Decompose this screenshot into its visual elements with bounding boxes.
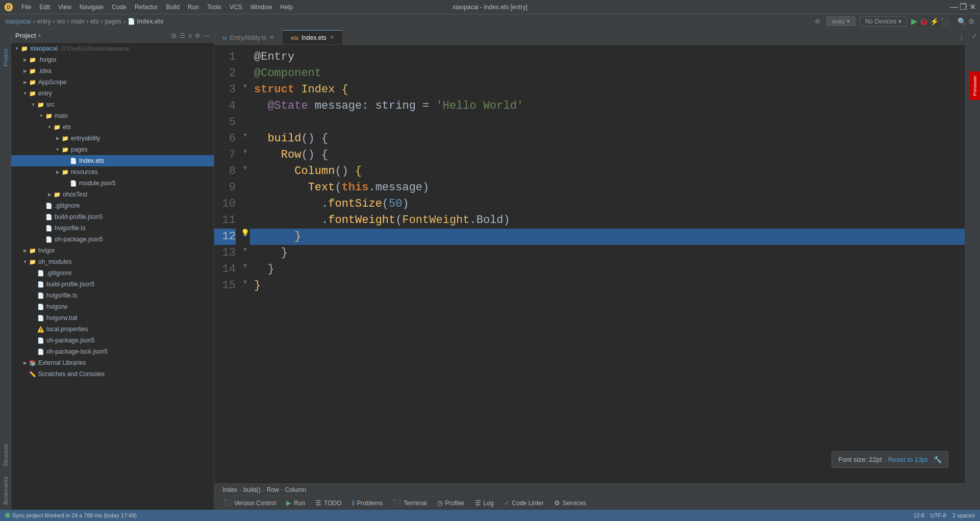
tree-item-hvigorw-bat[interactable]: 📄 hvigorw.bat — [11, 312, 214, 324]
tree-item-buildprofile[interactable]: 📄 build-profile.json5 — [11, 211, 214, 222]
code-content[interactable]: @Entry @Component struct Index { @State … — [250, 45, 965, 483]
menu-code[interactable]: Code — [108, 3, 131, 12]
search-everywhere-icon[interactable]: 🔍 — [958, 17, 966, 26]
tab-more-button[interactable]: ⋮ — [954, 30, 969, 44]
code-line-3: struct Index { — [250, 82, 965, 98]
debug-button[interactable]: 🐞 — [919, 17, 928, 26]
menu-edit[interactable]: Edit — [35, 3, 54, 12]
menu-navigate[interactable]: Navigate — [76, 3, 108, 12]
structure-tab[interactable]: Structure — [1, 438, 11, 472]
status-encoding[interactable]: UTF-8 — [931, 512, 946, 518]
tree-item-gitignore-ohm[interactable]: 📄 .gitignore — [11, 267, 214, 279]
panel-icon-4[interactable]: ⚙ — [195, 32, 200, 39]
panel-minimize-icon[interactable]: — — [204, 32, 210, 39]
lightbulb-icon[interactable]: 💡 — [241, 229, 249, 237]
panel-icon-1[interactable]: ⊞ — [171, 32, 177, 39]
tree-item-idea[interactable]: ▶ 📁 .idea — [11, 65, 214, 77]
tree-item-hvigorw[interactable]: 📄 hvigorw — [11, 301, 214, 312]
close-button[interactable]: ✕ — [969, 4, 976, 11]
status-indent[interactable]: 2 spaces — [952, 512, 975, 518]
settings-gear-icon[interactable]: ⚙ — [968, 17, 975, 26]
tree-item-pages[interactable]: ▼ 📁 pages — [11, 144, 214, 155]
menu-view[interactable]: View — [54, 3, 76, 12]
tree-item-external-libraries[interactable]: ▶ 📚 External Libraries — [11, 357, 214, 368]
tree-item-entry[interactable]: ▼ 📁 entry — [11, 88, 214, 99]
tree-item-hvigor2[interactable]: ▶ 📁 hvigor — [11, 245, 214, 256]
problems-button[interactable]: ℹ Problems — [347, 496, 388, 510]
tree-item-ohpackage-root[interactable]: 📄 oh-package.json5 — [11, 335, 214, 346]
version-control-button[interactable]: ⬛ Version Control — [218, 496, 281, 510]
menu-tools[interactable]: Tools — [203, 3, 225, 12]
stop-button[interactable]: ⬛ — [941, 17, 949, 26]
tree-item-buildprofile-ohm[interactable]: 📄 build-profile.json5 — [11, 279, 214, 290]
services-button[interactable]: ⚙ Services — [549, 496, 591, 510]
reset-font-button[interactable]: Reset to 13pt — [888, 456, 927, 463]
tree-item-appscope[interactable]: ▶ 📁 AppScope — [11, 77, 214, 88]
tree-item-gitignore-entry[interactable]: 📄 .gitignore — [11, 200, 214, 211]
breadcrumb-root: xiaopacai — [5, 18, 31, 25]
log-button[interactable]: ☰ Log — [470, 496, 499, 510]
tree-item-ohostest[interactable]: ▶ 📁 ohosTest — [11, 189, 214, 200]
bc-index: Index — [222, 486, 237, 493]
toolbar-bar: xiaopacai › entry › src › main › ets › p… — [0, 14, 980, 29]
svg-text:D: D — [7, 5, 10, 10]
tree-item-oh-modules[interactable]: ▼ 📁 oh_modules — [11, 256, 214, 267]
code-line-9: Text(this.message) — [250, 180, 965, 196]
tree-item-index-ets[interactable]: 📄 Index.ets — [11, 155, 214, 166]
project-tab[interactable]: Project — [1, 44, 11, 71]
tree-item-ohpackage-lock[interactable]: 📄 oh-package-lock.json5 — [11, 346, 214, 357]
tree-item-resources[interactable]: ▶ 📁 resources — [11, 166, 214, 178]
tree-item-hvigorfile[interactable]: 📄 hvigorfile.ts — [11, 222, 214, 234]
tab-entryability[interactable]: ts EntryAbility.ts ✕ — [214, 30, 283, 44]
menu-file[interactable]: File — [17, 3, 35, 12]
profiler-button[interactable]: ◷ Profiler — [432, 496, 470, 510]
bookmarks-tab[interactable]: Bookmarks — [1, 472, 11, 510]
settings-icon[interactable]: ⚙ — [812, 16, 822, 27]
tree-item-hvigorfile-ohm[interactable]: 📄 hvigorfile.ts — [11, 290, 214, 301]
restore-button[interactable]: ❐ — [960, 4, 967, 11]
status-right: 12:8 UTF-8 2 spaces — [913, 512, 975, 518]
tree-item-ets[interactable]: ▼ 📁 ets — [11, 121, 214, 133]
panel-icon-3[interactable]: ≡ — [188, 32, 192, 39]
tree-item-xiaopacai[interactable]: ▼ 📁 xiaopacai D:\DevEcoStudio\xiaopacai — [11, 43, 214, 54]
font-tool-icon[interactable]: 🔧 — [934, 456, 942, 463]
menu-help[interactable]: Help — [276, 3, 297, 12]
terminal-button[interactable]: ⬛ Terminal — [388, 496, 432, 510]
tab-close-index[interactable]: ✕ — [330, 34, 334, 41]
tab-close-entryability[interactable]: ✕ — [269, 34, 274, 41]
tree-item-ohpackage[interactable]: 📄 oh-package.json5 — [11, 234, 214, 245]
tree-item-hvigor[interactable]: ▶ 📁 .hvigor — [11, 54, 214, 65]
todo-button[interactable]: ☰ TODO — [310, 496, 346, 510]
menu-vcs[interactable]: VCS — [225, 3, 246, 12]
minimize-button[interactable]: — — [950, 4, 958, 11]
code-line-1: @Entry — [250, 49, 965, 65]
status-position[interactable]: 12:8 — [913, 512, 924, 518]
tree-item-main[interactable]: ▼ 📁 main — [11, 110, 214, 121]
menu-refactor[interactable]: Refactor — [131, 3, 162, 12]
code-linter-button[interactable]: ✓ Code Linter — [499, 496, 549, 510]
code-line-13: } — [250, 245, 965, 261]
tree-item-src[interactable]: ▼ 📁 src — [11, 99, 214, 110]
run-panel-button[interactable]: ▶ Run — [281, 496, 310, 510]
code-editor: 1 2 3 4 5 6 7 8 9 10 11 12 13 14 15 ▾ — [214, 45, 969, 483]
menu-build[interactable]: Build — [162, 3, 184, 12]
vertical-scrollbar[interactable] — [965, 45, 969, 483]
breadcrumb-main: main — [71, 18, 84, 25]
bc-row: Row — [267, 486, 279, 493]
left-vertical-tabs: Project Structure Bookmarks — [0, 29, 11, 510]
previewer-tab[interactable]: Previewer — [969, 71, 981, 100]
no-devices-button[interactable]: No Devices ▾ — [860, 16, 907, 27]
tree-item-module-json5[interactable]: 📄 module.json5 — [11, 178, 214, 189]
notification-icon[interactable]: ✓ — [970, 31, 980, 41]
tree-item-scratches[interactable]: ✏️ Scratches and Consoles — [11, 368, 214, 380]
tab-index-ets[interactable]: ets Index.ets ✕ — [283, 30, 342, 44]
run-button[interactable]: ▶ — [911, 16, 917, 26]
profile-button[interactable]: ⚡ — [930, 17, 939, 26]
entry-dropdown[interactable]: entry ▾ — [826, 16, 855, 26]
menu-window[interactable]: Window — [246, 3, 277, 12]
menu-run[interactable]: Run — [184, 3, 203, 12]
run-controls: ▶ 🐞 ⚡ ⬛ — [911, 16, 949, 26]
tree-item-entryability[interactable]: ▶ 📁 entryability — [11, 133, 214, 144]
tree-item-local-properties[interactable]: ⚠️ local.properties — [11, 324, 214, 335]
panel-icon-2[interactable]: ☰ — [180, 32, 185, 39]
